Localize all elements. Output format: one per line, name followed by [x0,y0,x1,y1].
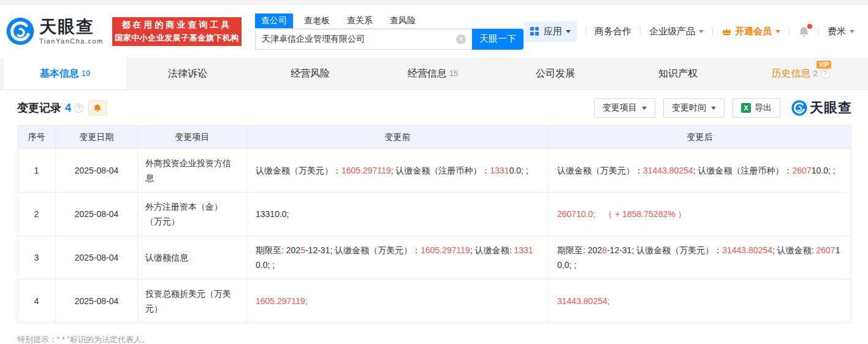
slogan-banner: 都在用的商业查询工具 国家中小企业发展子基金旗下机构 [112,17,242,46]
cell-no: 3 [18,236,56,280]
search-tab-3[interactable]: 查风险 [384,13,422,28]
logo-text: 天眼查 TianYanCha.com [39,18,104,45]
apps-label: 应用 [544,26,562,37]
clear-icon[interactable]: × [456,34,466,44]
chevron-down-icon [850,30,855,36]
username: 费米 [828,26,846,37]
table-header-row: 序号 变更日期 变更项目 变更前 变更后 [18,126,851,149]
section-header: 变更记录 4 ? 变更项目 变更时间 X 导出 [0,90,868,124]
cell-before: 13310.0; [247,193,549,236]
tab-label: 公司发展 [536,67,575,80]
tab-count: 2 [813,69,817,78]
nav-enterprise-products[interactable]: 企业级产品 [649,26,704,37]
header-nav: 应用 商务合作 企业级产品 开通会员 费米 [523,21,855,42]
cell-item: 外商投资企业投资方信息 [138,149,247,193]
brand-name: 天眼查 [39,18,104,36]
main-tab-6[interactable]: 历史信息2?VIP [739,58,862,90]
vip-badge-icon: VIP [817,61,831,69]
crown-icon [721,27,732,36]
tab-label: 经营信息 [408,67,447,80]
table-row: 32025-08-04认缴额信息期限至: 2025-12-31; 认缴金额（万美… [18,236,851,280]
export-label: 导出 [755,102,772,113]
user-menu[interactable]: 费米 [828,26,855,37]
cell-after: 认缴金额（万美元）：31443.80254; 认缴金额（注册币种）：260710… [549,149,851,193]
main-tab-4[interactable]: 公司发展 [494,58,617,90]
cell-after: 31443.80254; [549,280,851,323]
open-vip-button[interactable]: 开通会员 [721,26,780,37]
tab-label: 历史信息 [771,67,810,80]
cell-after: 期限至: 2028-12-31; 认缴金额（万美元）：31443.80254; … [549,236,851,280]
chevron-down-icon [699,30,704,36]
main-content: 变更记录 4 ? 变更项目 变更时间 X 导出 [0,90,868,344]
svg-text:X: X [744,104,748,112]
main-tab-2[interactable]: 经营风险 [249,58,371,90]
section-title: 变更记录 [17,101,61,115]
cell-no: 4 [18,280,56,323]
subscribe-bell-button[interactable] [88,101,107,115]
cell-date: 2025-08-04 [56,280,138,323]
tab-label: 基本信息 [40,67,79,80]
enterprise-label: 企业级产品 [649,26,695,37]
cell-before: 认缴金额（万美元）：1605.297119; 认缴金额（注册币种）：13310.… [247,149,549,193]
cell-after: 260710.0; （ + 1858.75282% ） [549,193,851,236]
search-tab-0[interactable]: 查公司 [255,13,293,28]
col-header-before: 变更前 [247,126,549,149]
search-button[interactable]: 天眼一下 [472,29,523,50]
cell-item: 投资总额折美元（万美元） [138,280,247,323]
divider [712,27,713,36]
footer-note: 特别提示：“ * ”标识的为法定代表人。 [0,323,868,344]
tianyancha-logo[interactable]: 天眼查 TianYanCha.com [6,17,104,45]
main-tab-3[interactable]: 经营信息15 [371,58,494,90]
main-tab-5[interactable]: 知识产权 [617,58,739,90]
nav-business-coop[interactable]: 商务合作 [595,26,631,37]
cell-before: 1605.297119; [247,280,549,323]
filter-project-label: 变更项目 [603,102,637,113]
cell-before: 期限至: 2025-12-31; 认缴金额（万美元）：1605.297119; … [247,236,549,280]
search-tab-2[interactable]: 查关系 [341,13,379,28]
section-count: 4 [65,102,71,115]
tab-label: 经营风险 [291,67,330,80]
excel-icon: X [741,103,751,113]
table-body: 12025-08-04外商投资企业投资方信息认缴金额（万美元）：1605.297… [18,149,851,323]
watermark-logo: 天眼查 [791,99,852,117]
main-tab-1[interactable]: 法律诉讼 [126,58,249,90]
help-icon[interactable]: ? [74,104,83,113]
cell-no: 2 [18,193,56,236]
main-tab-bar: 基本信息19法律诉讼经营风险经营信息15公司发展知识产权历史信息2?VIP [0,58,868,90]
tab-label: 法律诉讼 [168,67,207,80]
change-records-table: 序号 变更日期 变更项目 变更前 变更后 12025-08-04外商投资企业投资… [17,125,851,323]
tab-label: 知识产权 [658,67,698,80]
divider [818,27,819,36]
table-row: 42025-08-04投资总额折美元（万美元）1605.297119;31443… [18,280,851,323]
divider [789,27,790,36]
main-tab-0[interactable]: 基本信息19 [4,58,126,90]
slogan-line1: 都在用的商业查询工具 [112,20,242,31]
cell-item: 认缴额信息 [138,236,247,280]
notifications-bell[interactable] [798,26,810,37]
filter-change-project[interactable]: 变更项目 [594,98,655,118]
col-header-after: 变更后 [549,126,851,149]
cell-date: 2025-08-04 [56,236,138,280]
tab-count: 19 [82,69,90,78]
search-box: × 天眼一下 [255,29,523,50]
divider [640,27,641,36]
divider [585,27,586,36]
section-controls: 变更项目 变更时间 X 导出 [586,98,852,118]
export-button[interactable]: X 导出 [733,98,780,118]
chevron-down-icon [711,107,716,112]
cell-date: 2025-08-04 [56,193,138,236]
col-header-no: 序号 [18,126,56,149]
help-icon[interactable]: ? [821,69,830,78]
bell-icon [93,104,102,112]
tianyancha-logo-icon [791,100,807,116]
search-input[interactable] [255,29,472,50]
search-tab-1[interactable]: 查老板 [298,13,336,28]
cell-no: 1 [18,149,56,193]
col-header-date: 变更日期 [56,126,138,149]
search-tab-list: 查公司查老板查关系查风险 [255,13,523,29]
apps-menu[interactable]: 应用 [523,21,577,42]
slogan-line2: 国家中小企业发展子基金旗下机构 [112,32,242,44]
chevron-down-icon [642,107,647,112]
search-area: 查公司查老板查关系查风险 × 天眼一下 [255,13,523,50]
filter-change-time[interactable]: 变更时间 [663,98,725,118]
